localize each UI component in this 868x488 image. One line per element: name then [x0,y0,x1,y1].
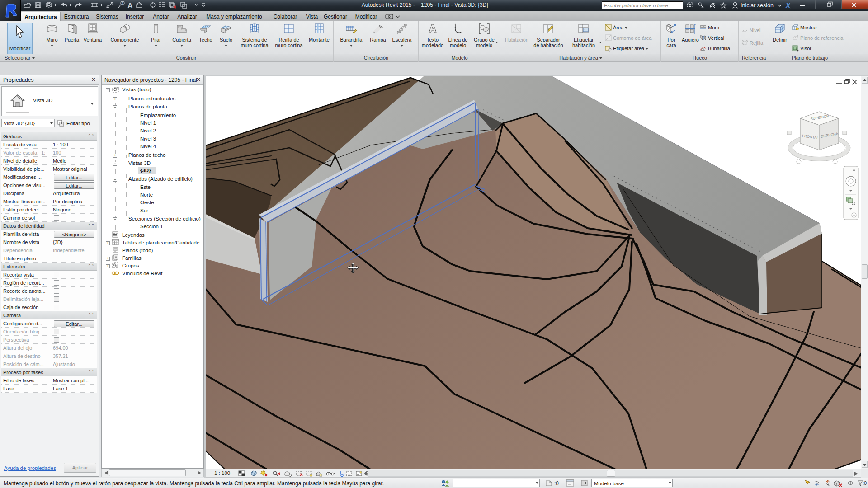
svg-text:1: 1 [122,2,123,5]
svg-text:1: 1 [584,28,586,32]
svg-text:Iniciar sesión: Iniciar sesión [741,2,774,9]
svg-text:A: A [127,2,133,9]
